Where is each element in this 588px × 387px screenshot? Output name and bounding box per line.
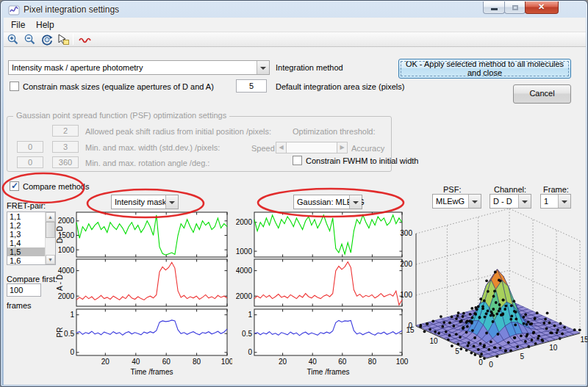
- min-width-field: [17, 141, 43, 153]
- svg-text:2000: 2000: [236, 292, 252, 300]
- fret-pair-option[interactable]: 1,5: [7, 247, 45, 256]
- svg-text:1: 1: [70, 311, 74, 319]
- fret-pair-option[interactable]: 1,6: [7, 256, 45, 264]
- minimize-button[interactable]: [483, 1, 505, 14]
- psf-group-title: Gaussian point spread function (PSF) opt…: [13, 111, 229, 120]
- intensity-mask-trace-plots: 100015002000D - D20004000A - D00.51PR204…: [56, 209, 232, 383]
- cancel-button[interactable]: Cancel: [513, 84, 571, 104]
- fwhm-checkbox[interactable]: Constrain FWHM to initial width: [293, 156, 418, 165]
- svg-text:5: 5: [455, 347, 459, 355]
- constrain-mask-label: Constrain mask sizes (equalize apertures…: [23, 82, 214, 91]
- compare-methods-checkbox[interactable]: Compare methods: [10, 181, 90, 191]
- scrollbar-thumb[interactable]: [46, 222, 55, 238]
- maximize-button[interactable]: [504, 1, 526, 14]
- svg-text:0: 0: [70, 348, 74, 356]
- integration-method-select[interactable]: Intensity mask / aperture photometry: [8, 60, 270, 75]
- window-title: Pixel integration settings: [24, 4, 119, 15]
- right-method-select[interactable]: Gaussian: MLEwG: [293, 195, 362, 209]
- svg-text:Time /frames: Time /frames: [307, 368, 350, 376]
- svg-text:100: 100: [400, 291, 412, 299]
- svg-text:4000: 4000: [236, 267, 252, 275]
- menubar: File Help: [4, 18, 586, 32]
- titlebar[interactable]: Pixel integration settings ✕: [1, 1, 587, 18]
- peak-shift-label: Allowed peak shift radius from initial p…: [85, 127, 271, 136]
- threshold-slider: ◀ ▶: [276, 142, 348, 153]
- svg-text:15: 15: [580, 336, 588, 344]
- svg-text:80: 80: [368, 358, 377, 366]
- area-size-label: Default integration area size (pixels): [276, 82, 404, 91]
- data-cursor-icon[interactable]: [57, 33, 71, 46]
- fret-pair-listbox[interactable]: 1,11,21,31,41,51,6 ▲ ▼: [7, 211, 56, 265]
- max-rotation-field: [52, 156, 79, 168]
- menu-file[interactable]: File: [11, 20, 25, 30]
- channel-value: D - D: [493, 197, 512, 206]
- left-method-select[interactable]: Intensity mask: [111, 195, 179, 209]
- left-method-value: Intensity mask: [115, 198, 166, 206]
- svg-text:0.5: 0.5: [64, 330, 74, 338]
- gaussian-mlewg-trace-plots: 100020002000400000.5120406080100Time /fr…: [236, 209, 409, 383]
- app-icon: [8, 4, 20, 16]
- svg-text:1000: 1000: [58, 246, 75, 254]
- svg-text:1: 1: [248, 311, 252, 319]
- ok-button[interactable]: OK - Apply selected method to all molecu…: [398, 59, 571, 79]
- psf-3d-surface-plot: 0100200300051015051015: [396, 206, 588, 386]
- fret-pair-option[interactable]: 1,1: [7, 212, 45, 221]
- svg-text:100: 100: [221, 358, 232, 366]
- fret-pair-option[interactable]: 1,2: [7, 221, 45, 230]
- cancel-button-label: Cancel: [514, 89, 570, 98]
- toolbar: [4, 32, 586, 47]
- psf-value: MLEwG: [436, 197, 465, 206]
- frame-select[interactable]: 1: [540, 194, 571, 209]
- svg-text:2000: 2000: [58, 217, 75, 225]
- svg-text:Time /frames: Time /frames: [131, 368, 173, 376]
- svg-text:60: 60: [162, 358, 171, 366]
- svg-text:0: 0: [478, 358, 483, 366]
- frame-label: Frame:: [543, 185, 569, 194]
- fret-pair-items: 1,11,21,31,41,51,6: [7, 212, 45, 264]
- listbox-scrollbar[interactable]: ▲ ▼: [45, 212, 55, 264]
- compare-first-label: Compare first:: [7, 275, 57, 283]
- chevron-down-icon: [558, 195, 570, 208]
- frame-value: 1: [544, 197, 548, 206]
- svg-text:5: 5: [520, 352, 525, 361]
- zoom-in-icon[interactable]: [7, 33, 21, 46]
- svg-text:40: 40: [132, 358, 140, 366]
- svg-text:10: 10: [429, 337, 438, 345]
- red-trace-icon[interactable]: [77, 33, 92, 46]
- svg-text:80: 80: [193, 358, 201, 366]
- zoom-out-icon[interactable]: [24, 33, 38, 46]
- rotate-3d-icon[interactable]: [40, 33, 55, 46]
- dialog-window: Pixel integration settings ✕ File Help: [0, 0, 588, 387]
- integration-method-value: Intensity mask / aperture photometry: [12, 63, 143, 72]
- compare-first-field[interactable]: [7, 283, 41, 297]
- svg-text:0.5: 0.5: [242, 330, 252, 338]
- svg-text:4000: 4000: [58, 267, 75, 275]
- integration-method-label: Integration method: [276, 63, 343, 72]
- ok-button-label: OK - Apply selected method to all molecu…: [399, 59, 570, 76]
- checkbox-box: [10, 82, 19, 91]
- scroll-down-icon[interactable]: ▼: [46, 255, 55, 264]
- fwhm-label: Constrain FWHM to initial width: [306, 156, 418, 165]
- rotation-label: Min. and max. rotation angle /deg.:: [85, 159, 209, 167]
- svg-text:10: 10: [549, 344, 558, 352]
- frames-label: frames: [7, 301, 32, 310]
- area-size-field[interactable]: [236, 79, 267, 93]
- channel-select[interactable]: D - D: [490, 194, 531, 209]
- svg-text:20: 20: [101, 358, 110, 366]
- accuracy-label: Accuracy: [351, 144, 384, 153]
- fret-pair-label: FRET-pair:: [7, 201, 46, 210]
- chevron-down-icon: [257, 61, 269, 74]
- psf-label: PSF:: [443, 185, 461, 194]
- width-label: Min. and max. width (std.dev.) /pixels:: [85, 143, 220, 152]
- psf-select[interactable]: MLEwG: [432, 194, 481, 209]
- close-button[interactable]: ✕: [525, 1, 559, 14]
- svg-text:2000: 2000: [236, 218, 252, 226]
- fret-pair-option[interactable]: 1,4: [7, 239, 45, 247]
- svg-text:0: 0: [248, 348, 252, 356]
- scroll-up-icon[interactable]: ▲: [46, 212, 55, 222]
- checkbox-box: [293, 156, 302, 165]
- svg-text:2000: 2000: [58, 292, 75, 300]
- menu-help[interactable]: Help: [36, 20, 54, 30]
- fret-pair-option[interactable]: 1,3: [7, 230, 45, 239]
- constrain-mask-checkbox[interactable]: Constrain mask sizes (equalize apertures…: [10, 82, 214, 91]
